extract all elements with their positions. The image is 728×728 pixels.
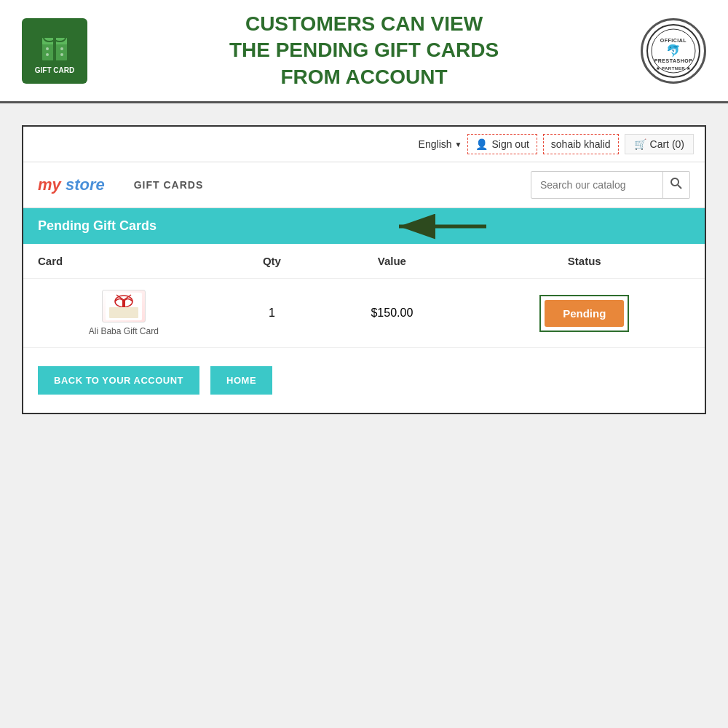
language-selector[interactable]: English ▼ (419, 138, 462, 150)
logo-store: store (66, 175, 105, 194)
sign-out-button[interactable]: Sign out (467, 134, 537, 154)
svg-point-5 (46, 47, 49, 50)
user-account-button[interactable]: sohaib khalid (543, 134, 619, 154)
svg-point-8 (60, 53, 63, 56)
svg-text:PRESTASHOP: PRESTASHOP (654, 58, 693, 63)
main-content: Pending Gift Cards Card Qty (23, 208, 705, 413)
badge-svg: OFFICIAL 🐬 PRESTASHOP ★ PARTNER ★ (644, 22, 703, 80)
prestashop-badge: OFFICIAL 🐬 PRESTASHOP ★ PARTNER ★ (641, 18, 706, 84)
search-button[interactable] (662, 172, 689, 198)
banner-title: CUSTOMERS CAN VIEW THE PENDING GIFT CARD… (87, 11, 641, 90)
section-title: Pending Gift Cards (38, 218, 157, 234)
store-nav: GIFT CARDS (134, 179, 531, 191)
search-input[interactable] (531, 173, 662, 197)
section-header: Pending Gift Cards (23, 208, 705, 244)
svg-text:★ PARTNER ★: ★ PARTNER ★ (656, 66, 691, 71)
status-badge-wrapper: Pending (539, 295, 629, 332)
gift-logo-label: GIFT CARD (35, 66, 74, 74)
svg-point-7 (46, 53, 49, 56)
user-name-label: sohaib khalid (551, 138, 611, 150)
card-name: Ali Baba Gift Card (89, 326, 159, 336)
user-icon (475, 138, 488, 150)
card-cell: Ali Baba Gift Card (23, 279, 224, 348)
logo-my: my (38, 175, 61, 194)
gift-cards-table: Card Qty Value Status (23, 244, 705, 348)
col-header-card: Card (23, 244, 224, 279)
svg-point-15 (671, 178, 678, 186)
svg-text:🐬: 🐬 (666, 44, 681, 58)
value-cell: $150.00 (320, 279, 464, 348)
gift-card-svg (106, 293, 142, 320)
page-content: English ▼ Sign out sohaib khalid Cart (0… (0, 103, 728, 436)
svg-rect-22 (109, 307, 138, 318)
bottom-actions: BACK TO YOUR ACCOUNT HOME (23, 348, 705, 413)
cart-button[interactable]: Cart (0) (625, 134, 694, 154)
table-row: Ali Baba Gift Card 1 $150.00 Pending (23, 279, 705, 348)
pending-status-badge: Pending (545, 300, 624, 327)
back-to-account-button[interactable]: BACK TO YOUR ACCOUNT (38, 366, 199, 395)
svg-text:OFFICIAL: OFFICIAL (660, 38, 687, 43)
top-banner: GIFT CARD CUSTOMERS CAN VIEW THE PENDING… (0, 0, 728, 103)
store-frame: English ▼ Sign out sohaib khalid Cart (0… (22, 125, 706, 414)
gift-icon (36, 27, 73, 63)
store-logo[interactable]: my store (38, 175, 105, 194)
language-label: English (419, 138, 452, 150)
language-arrow: ▼ (455, 141, 462, 149)
sign-out-label: Sign out (491, 138, 529, 150)
col-header-qty: Qty (224, 244, 320, 279)
svg-point-6 (60, 47, 63, 50)
top-nav-bar: English ▼ Sign out sohaib khalid Cart (0… (23, 127, 705, 162)
nav-gift-cards[interactable]: GIFT CARDS (134, 179, 204, 191)
card-image (102, 290, 146, 323)
col-header-status: Status (464, 244, 705, 279)
search-bar (531, 171, 690, 199)
arrow-decoration (392, 212, 486, 241)
svg-line-16 (678, 185, 681, 189)
table-header-row: Card Qty Value Status (23, 244, 705, 279)
home-button[interactable]: HOME (210, 366, 272, 395)
status-cell: Pending (464, 279, 705, 348)
store-header: my store GIFT CARDS (23, 162, 705, 208)
qty-cell: 1 (224, 279, 320, 348)
gift-card-logo: GIFT CARD (22, 18, 87, 84)
cart-icon (634, 138, 646, 150)
cart-label: Cart (0) (650, 138, 684, 150)
col-header-value: Value (320, 244, 464, 279)
search-icon (670, 178, 682, 189)
